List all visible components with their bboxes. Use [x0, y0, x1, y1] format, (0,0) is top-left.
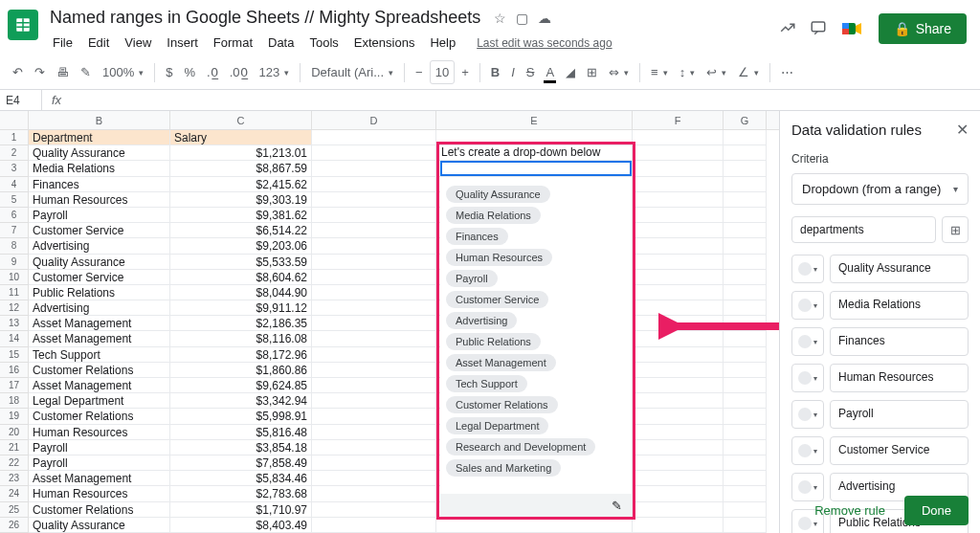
row-header[interactable]: 11: [0, 285, 29, 300]
move-icon[interactable]: ▢: [516, 11, 528, 26]
pencil-icon[interactable]: ✎: [612, 499, 622, 513]
menu-edit[interactable]: Edit: [81, 32, 116, 54]
dept-cell[interactable]: Payroll: [29, 455, 170, 471]
table-row[interactable]: 13Asset Management$2,186.35: [0, 316, 779, 331]
font-size-input[interactable]: 10: [430, 60, 455, 84]
dept-cell[interactable]: Asset Management: [29, 378, 170, 393]
dropdown-option[interactable]: Customer Service: [446, 291, 548, 308]
dept-cell[interactable]: Payroll: [29, 208, 170, 223]
row-header[interactable]: 15: [0, 347, 29, 363]
dept-cell[interactable]: Customer Service: [29, 270, 170, 285]
col-header-F[interactable]: F: [633, 111, 724, 129]
salary-cell[interactable]: $3,854.18: [170, 440, 312, 455]
dropdown-option[interactable]: Asset Management: [446, 354, 556, 371]
salary-cell[interactable]: $8,172.96: [170, 347, 312, 363]
sheet-area[interactable]: B C D E F G 1DepartmentSalary2Quality As…: [0, 111, 779, 533]
salary-cell[interactable]: $9,381.62: [170, 208, 312, 223]
dropdown-option-list[interactable]: Quality AssuranceMedia RelationsFinances…: [440, 180, 632, 517]
row-header[interactable]: 8: [0, 238, 29, 254]
font-size-decrease-icon[interactable]: −: [411, 61, 428, 83]
col-header-E[interactable]: E: [436, 111, 633, 129]
salary-cell[interactable]: $1,710.97: [170, 502, 312, 518]
table-row[interactable]: 17Asset Management$9,624.85: [0, 378, 779, 393]
salary-cell[interactable]: $2,186.35: [170, 316, 312, 331]
bold-button[interactable]: B: [486, 61, 504, 83]
salary-cell[interactable]: $9,911.12: [170, 300, 312, 316]
v-align-button[interactable]: ↕: [675, 61, 701, 83]
table-row[interactable]: 12Advertising$9,911.12: [0, 300, 779, 316]
dept-cell[interactable]: Quality Assurance: [29, 518, 170, 533]
table-row[interactable]: 22Payroll$7,858.49: [0, 455, 779, 471]
row-header[interactable]: 19: [0, 409, 29, 424]
text-color-button[interactable]: A: [541, 61, 559, 83]
strike-button[interactable]: S: [522, 61, 540, 83]
menu-format[interactable]: Format: [207, 32, 259, 54]
col-header-B[interactable]: B: [29, 111, 170, 129]
table-row[interactable]: 8Advertising$9,203.06: [0, 238, 779, 254]
salary-cell[interactable]: $1,213.01: [170, 145, 312, 161]
salary-cell[interactable]: $7,858.49: [170, 455, 312, 471]
row-header[interactable]: 13: [0, 316, 29, 331]
item-color-picker[interactable]: [791, 400, 824, 429]
dept-cell[interactable]: Media Relations: [29, 161, 170, 176]
salary-cell[interactable]: $5,998.91: [170, 409, 312, 424]
dropdown-edit-footer[interactable]: ✎: [440, 494, 632, 517]
dropdown-option[interactable]: Public Relations: [446, 333, 541, 350]
table-row[interactable]: 25Customer Relations$1,710.97: [0, 502, 779, 518]
close-icon[interactable]: ✕: [956, 121, 969, 139]
dept-cell[interactable]: Public Relations: [29, 285, 170, 300]
dropdown-option[interactable]: Sales and Marketing: [446, 459, 561, 477]
table-row[interactable]: 24Human Resources$2,783.68: [0, 486, 779, 501]
dropdown-option[interactable]: Finances: [446, 228, 508, 245]
row-header[interactable]: 18: [0, 393, 29, 409]
row-header[interactable]: 7: [0, 223, 29, 238]
h-align-button[interactable]: ≡: [646, 61, 673, 83]
dropdown-option[interactable]: Human Resources: [446, 249, 552, 266]
salary-cell[interactable]: $3,342.94: [170, 393, 312, 409]
salary-cell[interactable]: $8,403.49: [170, 518, 312, 533]
select-range-button[interactable]: ⊞: [942, 216, 969, 243]
dropdown-option[interactable]: Tech Support: [446, 375, 527, 392]
col-header-D[interactable]: D: [312, 111, 436, 129]
table-header[interactable]: Salary: [170, 130, 312, 145]
dept-cell[interactable]: Customer Relations: [29, 502, 170, 518]
dropdown-option[interactable]: Media Relations: [446, 207, 541, 224]
row-header[interactable]: 1: [0, 130, 29, 145]
item-value-input[interactable]: Finances: [830, 327, 969, 356]
row-header[interactable]: 9: [0, 255, 29, 270]
table-row[interactable]: 18Legal Department$3,342.94: [0, 393, 779, 409]
salary-cell[interactable]: $2,783.68: [170, 486, 312, 501]
print-icon[interactable]: 🖶: [52, 61, 74, 83]
dropdown-option[interactable]: Research and Development: [446, 438, 595, 455]
fill-color-button[interactable]: ◢: [561, 61, 580, 83]
wrap-button[interactable]: ↩: [702, 61, 731, 83]
table-row[interactable]: 10Customer Service$8,604.62: [0, 270, 779, 285]
decrease-decimal-button[interactable]: .0̲: [202, 61, 223, 83]
row-header[interactable]: 4: [0, 177, 29, 192]
row-header[interactable]: 16: [0, 363, 29, 378]
toolbar-overflow-icon[interactable]: ⋯: [776, 61, 798, 83]
font-size-increase-icon[interactable]: +: [457, 61, 474, 83]
salary-cell[interactable]: $6,514.22: [170, 223, 312, 238]
row-header[interactable]: 5: [0, 192, 29, 208]
row-header[interactable]: 26: [0, 518, 29, 533]
dropdown-option[interactable]: Legal Department: [446, 417, 548, 434]
dept-cell[interactable]: Finances: [29, 177, 170, 192]
dept-cell[interactable]: Quality Assurance: [29, 255, 170, 270]
table-row[interactable]: 4Finances$2,415.62: [0, 177, 779, 192]
dept-cell[interactable]: Payroll: [29, 440, 170, 455]
row-header[interactable]: 23: [0, 471, 29, 486]
salary-cell[interactable]: $8,867.59: [170, 161, 312, 176]
table-row[interactable]: 6Payroll$9,381.62: [0, 208, 779, 223]
table-row[interactable]: 2Quality Assurance$1,213.01: [0, 145, 779, 161]
paint-format-icon[interactable]: ✎: [76, 61, 96, 83]
table-row[interactable]: 16Customer Relations$1,860.86: [0, 363, 779, 378]
grid-body[interactable]: 1DepartmentSalary2Quality Assurance$1,21…: [0, 130, 779, 533]
row-header[interactable]: 24: [0, 486, 29, 501]
sheets-logo[interactable]: [8, 10, 38, 40]
row-header[interactable]: 25: [0, 502, 29, 518]
menu-view[interactable]: View: [118, 32, 158, 54]
last-edit-text[interactable]: Last edit was seconds ago: [470, 33, 618, 54]
dropdown-option[interactable]: Advertising: [446, 312, 517, 329]
dept-cell[interactable]: Legal Department: [29, 393, 170, 409]
